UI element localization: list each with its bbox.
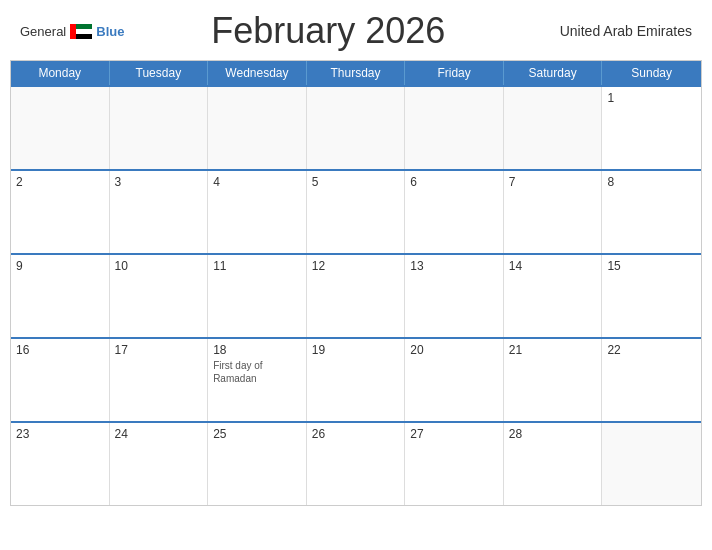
country-name: United Arab Emirates bbox=[532, 23, 692, 39]
day-cell: 13 bbox=[405, 255, 504, 337]
day-number: 16 bbox=[16, 343, 104, 357]
calendar-header: General Blue February 2026 United Arab E… bbox=[0, 0, 712, 60]
day-header-thursday: Thursday bbox=[307, 61, 406, 85]
day-cell: 21 bbox=[504, 339, 603, 421]
day-cell: 26 bbox=[307, 423, 406, 505]
day-number: 26 bbox=[312, 427, 400, 441]
day-cell: 5 bbox=[307, 171, 406, 253]
day-number: 1 bbox=[607, 91, 696, 105]
day-number: 18 bbox=[213, 343, 301, 357]
day-cell: 1 bbox=[602, 87, 701, 169]
week-row-2: 2345678 bbox=[11, 169, 701, 253]
week-row-3: 9101112131415 bbox=[11, 253, 701, 337]
day-cell bbox=[307, 87, 406, 169]
holiday-label: First day of Ramadan bbox=[213, 359, 301, 385]
day-number: 24 bbox=[115, 427, 203, 441]
day-header-wednesday: Wednesday bbox=[208, 61, 307, 85]
day-cell: 2 bbox=[11, 171, 110, 253]
day-cell bbox=[11, 87, 110, 169]
day-cell bbox=[110, 87, 209, 169]
day-header-tuesday: Tuesday bbox=[110, 61, 209, 85]
day-cell bbox=[602, 423, 701, 505]
day-cell: 8 bbox=[602, 171, 701, 253]
day-header-monday: Monday bbox=[11, 61, 110, 85]
week-row-4: 161718First day of Ramadan19202122 bbox=[11, 337, 701, 421]
day-cell bbox=[208, 87, 307, 169]
day-cell: 24 bbox=[110, 423, 209, 505]
calendar: MondayTuesdayWednesdayThursdayFridaySatu… bbox=[10, 60, 702, 506]
logo-flag-icon bbox=[70, 24, 92, 39]
day-number: 14 bbox=[509, 259, 597, 273]
day-number: 15 bbox=[607, 259, 696, 273]
day-cell: 23 bbox=[11, 423, 110, 505]
week-row-1: 1 bbox=[11, 85, 701, 169]
day-header-sunday: Sunday bbox=[602, 61, 701, 85]
day-cell: 16 bbox=[11, 339, 110, 421]
day-number: 8 bbox=[607, 175, 696, 189]
logo-general: General bbox=[20, 24, 66, 39]
day-number: 12 bbox=[312, 259, 400, 273]
week-row-5: 232425262728 bbox=[11, 421, 701, 505]
day-cell bbox=[405, 87, 504, 169]
day-number: 20 bbox=[410, 343, 498, 357]
day-number: 19 bbox=[312, 343, 400, 357]
logo-blue: Blue bbox=[96, 24, 124, 39]
day-header-saturday: Saturday bbox=[504, 61, 603, 85]
day-number: 27 bbox=[410, 427, 498, 441]
day-cell: 19 bbox=[307, 339, 406, 421]
day-cell: 20 bbox=[405, 339, 504, 421]
day-cell: 28 bbox=[504, 423, 603, 505]
day-cell: 6 bbox=[405, 171, 504, 253]
day-number: 13 bbox=[410, 259, 498, 273]
day-cell: 15 bbox=[602, 255, 701, 337]
day-number: 17 bbox=[115, 343, 203, 357]
day-number: 10 bbox=[115, 259, 203, 273]
day-number: 7 bbox=[509, 175, 597, 189]
day-cell: 10 bbox=[110, 255, 209, 337]
day-headers: MondayTuesdayWednesdayThursdayFridaySatu… bbox=[11, 61, 701, 85]
day-cell bbox=[504, 87, 603, 169]
day-number: 3 bbox=[115, 175, 203, 189]
day-number: 4 bbox=[213, 175, 301, 189]
day-cell: 12 bbox=[307, 255, 406, 337]
day-number: 5 bbox=[312, 175, 400, 189]
day-number: 28 bbox=[509, 427, 597, 441]
day-cell: 22 bbox=[602, 339, 701, 421]
day-number: 2 bbox=[16, 175, 104, 189]
month-title: February 2026 bbox=[124, 10, 532, 52]
day-number: 11 bbox=[213, 259, 301, 273]
svg-rect-3 bbox=[70, 24, 76, 39]
calendar-body: 123456789101112131415161718First day of … bbox=[11, 85, 701, 505]
logo: General Blue bbox=[20, 24, 124, 39]
day-cell: 14 bbox=[504, 255, 603, 337]
day-number: 22 bbox=[607, 343, 696, 357]
day-header-friday: Friday bbox=[405, 61, 504, 85]
day-cell: 3 bbox=[110, 171, 209, 253]
day-number: 6 bbox=[410, 175, 498, 189]
day-cell: 27 bbox=[405, 423, 504, 505]
day-cell: 4 bbox=[208, 171, 307, 253]
day-number: 23 bbox=[16, 427, 104, 441]
day-cell: 17 bbox=[110, 339, 209, 421]
day-cell: 25 bbox=[208, 423, 307, 505]
day-number: 9 bbox=[16, 259, 104, 273]
day-cell: 18First day of Ramadan bbox=[208, 339, 307, 421]
day-cell: 7 bbox=[504, 171, 603, 253]
day-cell: 11 bbox=[208, 255, 307, 337]
day-number: 21 bbox=[509, 343, 597, 357]
day-number: 25 bbox=[213, 427, 301, 441]
day-cell: 9 bbox=[11, 255, 110, 337]
